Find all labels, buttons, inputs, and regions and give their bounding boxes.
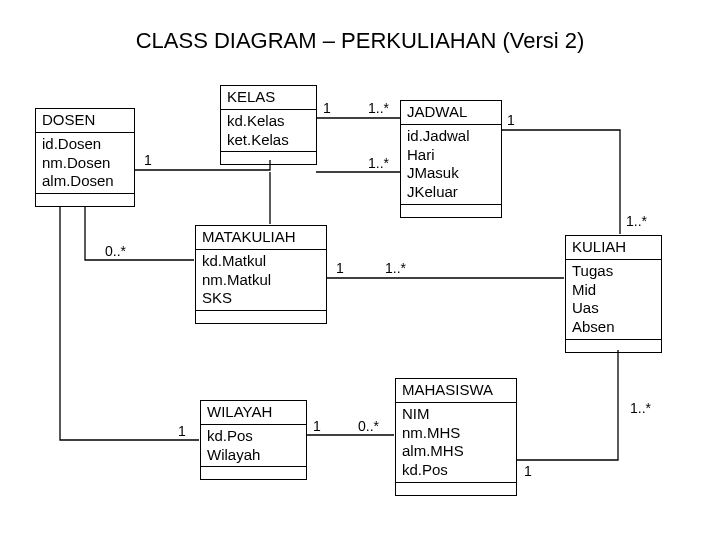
class-ops <box>221 152 316 164</box>
attr: Uas <box>572 299 655 318</box>
mult: 1 <box>144 152 152 168</box>
attr: kd.Pos <box>402 461 510 480</box>
mult: 1..* <box>630 400 651 416</box>
class-dosen: DOSEN id.Dosen nm.Dosen alm.Dosen <box>35 108 135 207</box>
class-name: DOSEN <box>36 109 134 133</box>
class-attrs: kd.Kelas ket.Kelas <box>221 110 316 153</box>
class-kelas: KELAS kd.Kelas ket.Kelas <box>220 85 317 165</box>
attr: id.Dosen <box>42 135 128 154</box>
mult: 0..* <box>358 418 379 434</box>
attr: Tugas <box>572 262 655 281</box>
class-attrs: kd.Matkul nm.Matkul SKS <box>196 250 326 311</box>
mult: 1 <box>336 260 344 276</box>
class-ops <box>401 205 501 217</box>
class-mahasiswa: MAHASISWA NIM nm.MHS alm.MHS kd.Pos <box>395 378 517 496</box>
class-name: KELAS <box>221 86 316 110</box>
attr: SKS <box>202 289 320 308</box>
attr: Mid <box>572 281 655 300</box>
class-kuliah: KULIAH Tugas Mid Uas Absen <box>565 235 662 353</box>
attr: JMasuk <box>407 164 495 183</box>
class-ops <box>201 467 306 479</box>
class-attrs: id.Dosen nm.Dosen alm.Dosen <box>36 133 134 194</box>
attr: kd.Kelas <box>227 112 310 131</box>
class-name: WILAYAH <box>201 401 306 425</box>
attr: nm.Dosen <box>42 154 128 173</box>
mult: 1 <box>178 423 186 439</box>
attr: nm.MHS <box>402 424 510 443</box>
attr: nm.Matkul <box>202 271 320 290</box>
mult: 1..* <box>385 260 406 276</box>
mult: 1..* <box>368 100 389 116</box>
page-title: CLASS DIAGRAM – PERKULIAHAN (Versi 2) <box>0 28 720 54</box>
attr: kd.Matkul <box>202 252 320 271</box>
attr: kd.Pos <box>207 427 300 446</box>
attr: alm.Dosen <box>42 172 128 191</box>
class-matakuliah: MATAKULIAH kd.Matkul nm.Matkul SKS <box>195 225 327 324</box>
class-ops <box>36 194 134 206</box>
attr: Wilayah <box>207 446 300 465</box>
attr: ket.Kelas <box>227 131 310 150</box>
class-wilayah: WILAYAH kd.Pos Wilayah <box>200 400 307 480</box>
class-attrs: kd.Pos Wilayah <box>201 425 306 468</box>
attr: alm.MHS <box>402 442 510 461</box>
class-name: MAHASISWA <box>396 379 516 403</box>
class-ops <box>566 340 661 352</box>
class-ops <box>396 483 516 495</box>
mult: 1 <box>313 418 321 434</box>
mult: 1..* <box>626 213 647 229</box>
attr: JKeluar <box>407 183 495 202</box>
mult: 1 <box>524 463 532 479</box>
class-attrs: id.Jadwal Hari JMasuk JKeluar <box>401 125 501 205</box>
class-name: KULIAH <box>566 236 661 260</box>
attr: Hari <box>407 146 495 165</box>
class-name: JADWAL <box>401 101 501 125</box>
mult: 1..* <box>368 155 389 171</box>
attr: Absen <box>572 318 655 337</box>
mult: 1 <box>323 100 331 116</box>
class-jadwal: JADWAL id.Jadwal Hari JMasuk JKeluar <box>400 100 502 218</box>
attr: id.Jadwal <box>407 127 495 146</box>
class-ops <box>196 311 326 323</box>
class-name: MATAKULIAH <box>196 226 326 250</box>
class-attrs: Tugas Mid Uas Absen <box>566 260 661 340</box>
attr: NIM <box>402 405 510 424</box>
class-attrs: NIM nm.MHS alm.MHS kd.Pos <box>396 403 516 483</box>
mult: 0..* <box>105 243 126 259</box>
mult: 1 <box>507 112 515 128</box>
